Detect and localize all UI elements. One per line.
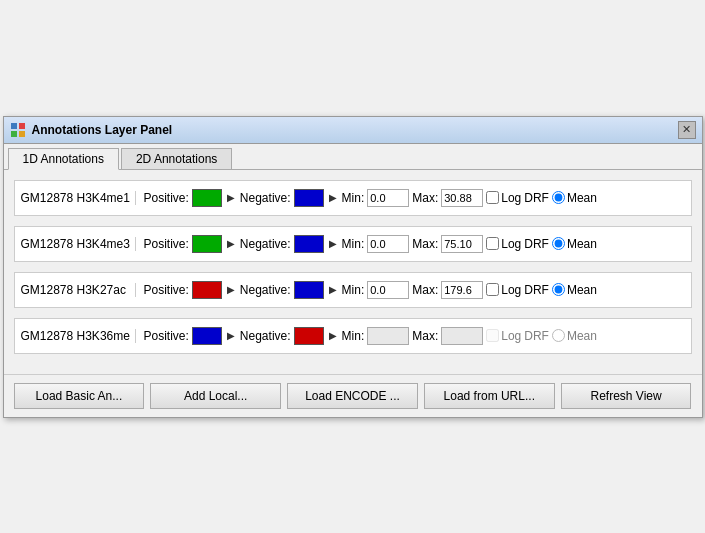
load-basic-button[interactable]: Load Basic An...	[14, 383, 145, 409]
mean-radio-group-0[interactable]: Mean	[552, 191, 597, 205]
log-checkbox-1[interactable]	[486, 237, 499, 250]
track-name-2: GM12878 H3K27ac	[21, 283, 136, 297]
svg-rect-0	[11, 123, 17, 129]
log-checkbox-group-3[interactable]: Log	[486, 329, 521, 343]
svg-rect-1	[19, 123, 25, 129]
log-checkbox-0[interactable]	[486, 191, 499, 204]
track-name-1: GM12878 H3K4me3	[21, 237, 136, 251]
min-input-1[interactable]	[367, 235, 409, 253]
log-label-0: Log	[501, 191, 521, 205]
mean-radio-group-2[interactable]: Mean	[552, 283, 597, 297]
annotation-row-2: GM12878 H3K27ac Positive: ▶ Negative: ▶ …	[14, 272, 692, 308]
footer-toolbar: Load Basic An... Add Local... Load ENCOD…	[4, 374, 702, 417]
max-label-2: Max:	[412, 283, 438, 297]
negative-arrow-2[interactable]: ▶	[327, 284, 339, 295]
track-name-0: GM12878 H3K4me1	[21, 191, 136, 205]
min-input-2[interactable]	[367, 281, 409, 299]
annotation-row-1: GM12878 H3K4me3 Positive: ▶ Negative: ▶ …	[14, 226, 692, 262]
positive-label-1: Positive:	[144, 237, 189, 251]
negative-label-3: Negative:	[240, 329, 291, 343]
negative-color-2[interactable]	[294, 281, 324, 299]
max-input-0[interactable]	[441, 189, 483, 207]
drf-label-2: DRF	[524, 283, 549, 297]
mean-radio-2[interactable]	[552, 283, 565, 296]
positive-arrow-0[interactable]: ▶	[225, 192, 237, 203]
positive-label-2: Positive:	[144, 283, 189, 297]
load-encode-button[interactable]: Load ENCODE ...	[287, 383, 418, 409]
max-label-1: Max:	[412, 237, 438, 251]
drf-label-0: DRF	[524, 191, 549, 205]
annotation-row-0: GM12878 H3K4me1 Positive: ▶ Negative: ▶ …	[14, 180, 692, 216]
positive-arrow-1[interactable]: ▶	[225, 238, 237, 249]
mean-radio-group-3[interactable]: Mean	[552, 329, 597, 343]
tab-bar: 1D Annotations 2D Annotations	[4, 144, 702, 170]
negative-color-1[interactable]	[294, 235, 324, 253]
positive-color-0[interactable]	[192, 189, 222, 207]
tab-2d-annotations[interactable]: 2D Annotations	[121, 148, 232, 169]
load-url-button[interactable]: Load from URL...	[424, 383, 555, 409]
positive-arrow-2[interactable]: ▶	[225, 284, 237, 295]
mean-radio-0[interactable]	[552, 191, 565, 204]
negative-color-0[interactable]	[294, 189, 324, 207]
drf-label-3: DRF	[524, 329, 549, 343]
max-label-0: Max:	[412, 191, 438, 205]
log-checkbox-group-0[interactable]: Log	[486, 191, 521, 205]
negative-arrow-0[interactable]: ▶	[327, 192, 339, 203]
tab-1d-annotations[interactable]: 1D Annotations	[8, 148, 119, 170]
mean-label-0: Mean	[567, 191, 597, 205]
min-input-3[interactable]	[367, 327, 409, 345]
log-checkbox-group-2[interactable]: Log	[486, 283, 521, 297]
window-title: Annotations Layer Panel	[32, 123, 173, 137]
mean-label-2: Mean	[567, 283, 597, 297]
negative-label-1: Negative:	[240, 237, 291, 251]
negative-arrow-1[interactable]: ▶	[327, 238, 339, 249]
log-checkbox-3[interactable]	[486, 329, 499, 342]
positive-color-1[interactable]	[192, 235, 222, 253]
track-name-3: GM12878 H3K36me	[21, 329, 136, 343]
annotations-content: GM12878 H3K4me1 Positive: ▶ Negative: ▶ …	[4, 170, 702, 374]
app-icon	[10, 122, 26, 138]
log-label-2: Log	[501, 283, 521, 297]
max-label-3: Max:	[412, 329, 438, 343]
log-checkbox-2[interactable]	[486, 283, 499, 296]
title-bar: Annotations Layer Panel ✕	[4, 117, 702, 144]
negative-arrow-3[interactable]: ▶	[327, 330, 339, 341]
min-label-0: Min:	[342, 191, 365, 205]
max-input-3[interactable]	[441, 327, 483, 345]
min-label-2: Min:	[342, 283, 365, 297]
mean-label-3: Mean	[567, 329, 597, 343]
mean-label-1: Mean	[567, 237, 597, 251]
max-input-2[interactable]	[441, 281, 483, 299]
refresh-view-button[interactable]: Refresh View	[561, 383, 692, 409]
annotations-layer-panel: Annotations Layer Panel ✕ 1D Annotations…	[3, 116, 703, 418]
positive-color-2[interactable]	[192, 281, 222, 299]
log-label-1: Log	[501, 237, 521, 251]
svg-rect-3	[19, 131, 25, 137]
positive-arrow-3[interactable]: ▶	[225, 330, 237, 341]
positive-color-3[interactable]	[192, 327, 222, 345]
positive-label-3: Positive:	[144, 329, 189, 343]
positive-label-0: Positive:	[144, 191, 189, 205]
mean-radio-group-1[interactable]: Mean	[552, 237, 597, 251]
log-label-3: Log	[501, 329, 521, 343]
min-label-1: Min:	[342, 237, 365, 251]
negative-color-3[interactable]	[294, 327, 324, 345]
svg-rect-2	[11, 131, 17, 137]
drf-label-1: DRF	[524, 237, 549, 251]
mean-radio-3[interactable]	[552, 329, 565, 342]
negative-label-2: Negative:	[240, 283, 291, 297]
min-input-0[interactable]	[367, 189, 409, 207]
close-button[interactable]: ✕	[678, 121, 696, 139]
add-local-button[interactable]: Add Local...	[150, 383, 281, 409]
max-input-1[interactable]	[441, 235, 483, 253]
min-label-3: Min:	[342, 329, 365, 343]
negative-label-0: Negative:	[240, 191, 291, 205]
log-checkbox-group-1[interactable]: Log	[486, 237, 521, 251]
annotation-row-3: GM12878 H3K36me Positive: ▶ Negative: ▶ …	[14, 318, 692, 354]
mean-radio-1[interactable]	[552, 237, 565, 250]
